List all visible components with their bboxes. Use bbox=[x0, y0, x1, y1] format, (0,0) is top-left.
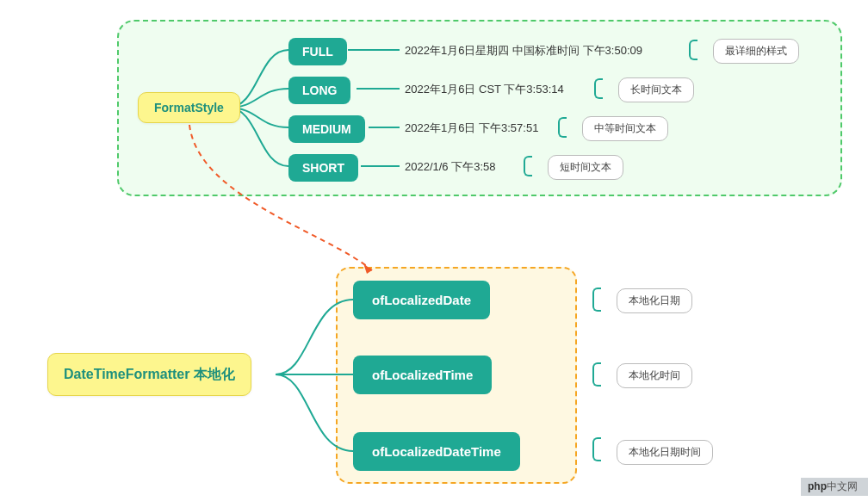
formatstyle-root: FormatStyle bbox=[138, 92, 240, 123]
formatstyle-long: LONG bbox=[288, 77, 350, 104]
formatstyle-short: SHORT bbox=[288, 154, 358, 182]
formatstyle-short-example: 2022/1/6 下午3:58 bbox=[405, 159, 496, 175]
formatstyle-long-note: 长时间文本 bbox=[618, 77, 694, 102]
datetimeformatter-root: DateTimeFormatter 本地化 bbox=[47, 353, 251, 396]
formatstyle-full-note: 最详细的样式 bbox=[713, 39, 799, 64]
of-localized-date-label: ofLocalizedDate bbox=[372, 293, 471, 307]
formatstyle-medium: MEDIUM bbox=[288, 115, 365, 143]
bracket-icon bbox=[558, 117, 567, 138]
formatstyle-short-label: SHORT bbox=[302, 161, 344, 175]
watermark-rest: 中文网 bbox=[827, 480, 858, 492]
formatstyle-full-example: 2022年1月6日星期四 中国标准时间 下午3:50:09 bbox=[405, 43, 642, 59]
formatstyle-medium-example: 2022年1月6日 下午3:57:51 bbox=[405, 121, 538, 136]
formatstyle-long-label: LONG bbox=[302, 84, 337, 97]
bracket-icon bbox=[592, 288, 601, 312]
bracket-icon bbox=[594, 78, 603, 99]
of-localized-datetime: ofLocalizedDateTime bbox=[353, 432, 520, 471]
watermark-strong: php bbox=[808, 480, 827, 492]
of-localized-datetime-note: 本地化日期时间 bbox=[617, 440, 713, 465]
formatstyle-medium-label: MEDIUM bbox=[302, 122, 351, 136]
formatstyle-label: FormatStyle bbox=[154, 101, 224, 114]
formatstyle-short-note: 短时间文本 bbox=[548, 155, 623, 180]
formatstyle-full: FULL bbox=[288, 38, 347, 65]
of-localized-time-note: 本地化时间 bbox=[617, 363, 692, 388]
of-localized-datetime-label: ofLocalizedDateTime bbox=[372, 444, 501, 459]
of-localized-date: ofLocalizedDate bbox=[353, 281, 490, 319]
of-localized-time-label: ofLocalizedTime bbox=[372, 368, 473, 382]
of-localized-time: ofLocalizedTime bbox=[353, 356, 492, 394]
bracket-icon bbox=[524, 156, 532, 176]
formatstyle-full-label: FULL bbox=[302, 45, 333, 59]
bracket-icon bbox=[592, 362, 601, 387]
bracket-icon bbox=[689, 40, 698, 60]
formatstyle-medium-note: 中等时间文本 bbox=[582, 116, 668, 141]
bracket-icon bbox=[592, 437, 601, 461]
datetimeformatter-root-label: DateTimeFormatter 本地化 bbox=[64, 366, 235, 384]
formatstyle-long-example: 2022年1月6日 CST 下午3:53:14 bbox=[405, 82, 564, 97]
watermark: php中文网 bbox=[801, 478, 868, 496]
of-localized-date-note: 本地化日期 bbox=[617, 288, 692, 313]
